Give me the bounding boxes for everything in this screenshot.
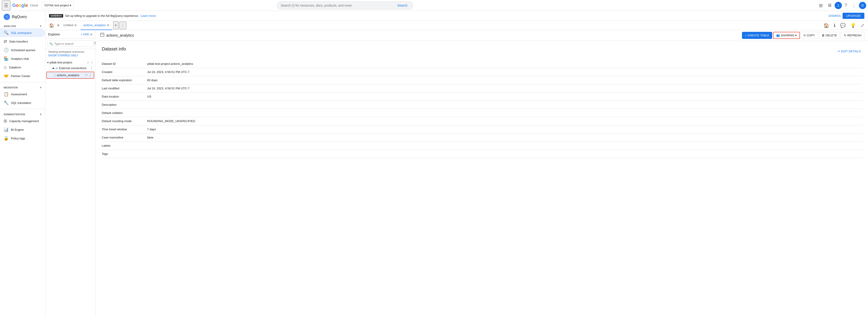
sandbox-banner: SANDBOX Set up billing to upgrade to the…	[45, 11, 868, 21]
dataset-content: Dataset info ✏ EDIT DETAILS Dataset ID y…	[96, 41, 868, 164]
apps-icon[interactable]: ⊞	[817, 1, 825, 10]
tree-item-more-external[interactable]: ⋮	[90, 66, 93, 70]
edit-icon: ✏	[838, 50, 840, 53]
more-tabs-button[interactable]: ⋮	[120, 22, 126, 29]
field-value: false	[147, 134, 863, 142]
table-row: Case insensitive false	[102, 134, 863, 142]
notifications-icon[interactable]: 🖥	[826, 1, 834, 10]
search-bar-container: Search	[277, 1, 413, 9]
tree-item-star[interactable]: ☆	[85, 73, 88, 77]
tree-project-star[interactable]: ☆	[87, 61, 90, 64]
more-options-icon[interactable]: ⋮	[850, 1, 858, 10]
sidebar-item-sql-translation[interactable]: 🔧 SQL translation	[0, 98, 45, 107]
project-selector[interactable]: YDTAK test project ▾	[41, 2, 74, 9]
analysis-collapse-icon[interactable]: ∧	[40, 25, 41, 28]
sidebar-item-label: Partner Center	[11, 75, 30, 78]
dataset-toolbar: actions_analytics + CREATE TABLE 👥 SHARI…	[96, 30, 868, 41]
administration-collapse-icon[interactable]: ∧	[40, 113, 41, 116]
search-button[interactable]: Search	[396, 3, 409, 8]
field-label: Default collation	[102, 109, 147, 117]
copy-button[interactable]: ⎘ COPY	[801, 32, 818, 39]
user-avatar[interactable]: D	[859, 2, 866, 9]
sharing-button[interactable]: 👥 SHARING ▾	[773, 32, 800, 39]
tree-item-more[interactable]: ⋮	[88, 73, 92, 77]
tree-project-more[interactable]: ⋮	[90, 61, 93, 64]
add-tab-button[interactable]: +	[113, 21, 119, 29]
tree-item-actions-analytics[interactable]: □ actions_analytics ☆ ⋮	[46, 71, 94, 79]
close-untitled-tab[interactable]: ✕	[74, 23, 77, 27]
create-table-icon: +	[745, 34, 747, 37]
close-tab-x-1: ✕	[57, 23, 60, 28]
tab-close-home[interactable]: ✕	[57, 23, 60, 28]
external-connections-icon: ⇄	[55, 66, 58, 70]
table-row: Tags	[102, 150, 863, 158]
menu-icon[interactable]: ☰	[2, 0, 10, 10]
sql-translation-icon: 🔧	[4, 100, 9, 105]
sidebar-item-label: SQL translation	[11, 101, 31, 105]
tree-project[interactable]: ▾ ydtak-test-project ☆ ⋮	[45, 60, 95, 65]
sidebar-item-dataform[interactable]: ◇ Dataform	[0, 63, 45, 71]
sidebar-item-sql-workspace[interactable]: 🔍 SQL workspace	[0, 28, 45, 37]
upgrade-button[interactable]: UPGRADE	[843, 13, 864, 19]
workspace-info-text: Viewing workspace resources.	[48, 50, 85, 53]
sidebar-item-partner-center[interactable]: 🤝 Partner Center	[0, 71, 45, 80]
field-value	[147, 142, 863, 150]
field-value: ydtak-test-project.actions_analytics	[147, 60, 863, 68]
tab-info-btn[interactable]: ℹ	[832, 21, 837, 30]
field-label: Case insensitive	[102, 134, 147, 142]
sidebar-item-analytics-hub[interactable]: 🏪 Analytics Hub	[0, 54, 45, 63]
bigquery-icon	[4, 13, 10, 20]
sharing-icon: 👥	[776, 34, 780, 37]
dataset-panel: actions_analytics + CREATE TABLE 👥 SHARI…	[96, 30, 868, 317]
tree-item-actions-external: ⋮	[90, 66, 93, 70]
tab-untitled[interactable]: Untitled ✕	[61, 21, 80, 30]
sidebar-item-label: Scheduled queries	[11, 49, 35, 52]
field-label: Last modified	[102, 84, 147, 92]
close-actions-analytics-tab[interactable]: ✕	[107, 23, 110, 27]
dataset-info-title: Dataset info	[102, 47, 126, 52]
avatar[interactable]: 1	[835, 2, 842, 9]
tree-item-external-connections[interactable]: ▶ ⇄ External connections ⋮	[45, 65, 95, 71]
sidebar-item-assessment[interactable]: 📋 Assessment	[0, 90, 45, 98]
search-input[interactable]	[281, 4, 396, 7]
migration-collapse-icon[interactable]: ∧	[40, 86, 41, 89]
show-starred-link[interactable]: SHOW STARRED ONLY	[48, 53, 92, 58]
sandbox-message: Set up billing to upgrade to the full Bi…	[65, 14, 139, 18]
field-label: Description	[102, 101, 147, 109]
sidebar-item-bi-engine[interactable]: 📊 BI Engine	[0, 125, 45, 134]
google-cloud-logo: Google Cloud	[12, 3, 38, 8]
explorer-add-button[interactable]: + ADD	[81, 32, 89, 36]
dismiss-button[interactable]: DISMISS	[829, 14, 840, 18]
explorer-search: 🔍 ?	[45, 39, 95, 49]
tab-lightbulb-btn[interactable]: 💡	[848, 21, 858, 30]
create-table-button[interactable]: + CREATE TABLE	[742, 32, 772, 39]
tree-item-label: External connections	[59, 66, 87, 70]
assessment-icon: 📋	[4, 92, 9, 97]
tab-home-btn[interactable]: 🏠	[822, 21, 831, 30]
explorer-collapse-button[interactable]: «	[90, 32, 92, 37]
explorer-actions: + ADD «	[81, 32, 92, 37]
sidebar-item-capacity-management[interactable]: ⊞ Capacity management	[0, 117, 45, 125]
sidebar: BigQuery Analysis ∧ 🔍 SQL workspace ⇄ Da…	[0, 11, 45, 317]
sidebar-item-data-transfers[interactable]: ⇄ Data transfers	[0, 37, 45, 46]
tab-expand-btn[interactable]: ⤢	[859, 21, 866, 30]
sharing-dropdown-icon: ▾	[795, 34, 797, 37]
refresh-icon: ↻	[844, 34, 846, 37]
help-icon[interactable]: ?	[843, 1, 849, 10]
administration-section-label: Administration ∧	[0, 111, 45, 117]
sidebar-item-policy-tags[interactable]: 🔒 Policy tags	[0, 134, 45, 143]
copy-icon: ⎘	[804, 34, 806, 37]
edit-details-button[interactable]: ✏ EDIT DETAILS	[836, 49, 863, 54]
tab-chat-btn[interactable]: 💬	[838, 21, 847, 30]
learn-more-link[interactable]: Learn more	[141, 14, 156, 18]
tab-home-icon[interactable]: 🏠	[47, 21, 56, 30]
explorer-search-field[interactable]	[54, 42, 92, 46]
tab-actions-analytics[interactable]: actions_analytics ✕	[81, 21, 112, 30]
sidebar-item-label: Capacity management	[9, 119, 39, 123]
delete-button[interactable]: 🗑 DELETE	[819, 32, 840, 39]
refresh-button[interactable]: ↻ REFRESH	[841, 32, 864, 39]
sidebar-item-scheduled-queries[interactable]: 🕐 Scheduled queries	[0, 46, 45, 54]
explorer-editor: Explorer + ADD « 🔍 ? Viewing workspace r…	[45, 30, 868, 317]
search-icon: 🔍	[49, 42, 53, 46]
field-label: Default table expiration	[102, 76, 147, 84]
